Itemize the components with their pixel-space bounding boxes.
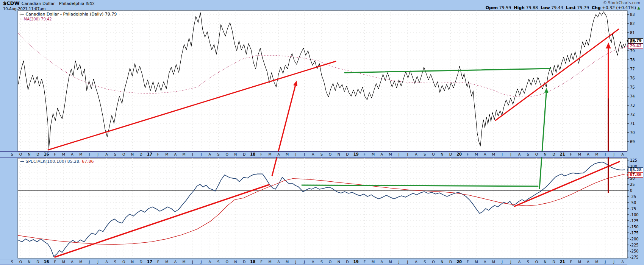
y-axis-tick-label: 72	[630, 112, 635, 117]
y-axis-tick-label: 73	[630, 103, 635, 108]
x-axis-month-label: N	[544, 152, 547, 156]
x-axis-year-label: 20	[456, 152, 462, 156]
x-axis-month-label: M	[492, 260, 495, 264]
x-axis-month-label: J	[605, 152, 606, 156]
x-axis-month-label: M	[595, 260, 598, 264]
x-axis-year-label: 16	[44, 260, 49, 264]
x-axis-month-label: F	[260, 152, 262, 156]
x-axis-month-label: M	[183, 152, 186, 156]
x-axis-month-label: A	[381, 260, 383, 264]
stockcharts-chart-page: $CDWCanadian Dollar - PhiladelphiaINDX 1…	[0, 0, 644, 265]
x-axis-month-label: M	[62, 152, 65, 156]
x-axis-year-label: 21	[560, 152, 565, 156]
x-axis-month-label: A	[105, 260, 108, 264]
x-axis-month-label: S	[424, 260, 426, 264]
y-axis-tick-label: 75	[630, 85, 635, 89]
x-axis-month-label: F	[364, 260, 366, 264]
x-axis-month-label: A	[71, 152, 73, 156]
x-axis-year-label: 17	[147, 152, 152, 156]
x-axis-year-label: 19	[353, 260, 359, 264]
x-axis-month-label: N	[544, 260, 547, 264]
x-axis-month-label: A	[415, 260, 417, 264]
x-axis-month-label: A	[484, 260, 486, 264]
x-axis-month-label: M	[372, 260, 375, 264]
x-axis-month-label: F	[260, 260, 262, 264]
y-axis-tick-label: -225	[630, 243, 639, 247]
x-axis-month-label: A	[484, 152, 486, 156]
x-axis-year-label: 17	[147, 260, 152, 264]
x-axis-month-label: A	[174, 152, 177, 156]
x-axis-month-label: D	[552, 260, 555, 264]
x-axis-month-label: F	[157, 152, 159, 156]
x-axis-month-label: N	[441, 260, 443, 264]
x-axis-month-label: D	[243, 152, 245, 156]
y-axis-tick-label: 71	[630, 122, 635, 126]
x-axis-month-label: M	[578, 260, 581, 264]
x-axis-month-label: A	[71, 260, 73, 264]
x-axis-month-label: J	[295, 152, 296, 156]
x-axis-month-label: M	[62, 260, 65, 264]
y-axis-tick-label: -250	[630, 249, 639, 253]
ma-legend-swatch: ···	[20, 17, 24, 21]
x-axis-month-label: A	[312, 152, 314, 156]
x-axis-month-label: O	[225, 152, 228, 156]
x-axis-month-label: D	[243, 260, 245, 264]
x-axis-month-label: N	[441, 152, 443, 156]
x-axis-month-label: O	[432, 152, 435, 156]
x-axis-month-label: J	[89, 260, 90, 264]
x-axis-month-label: S	[320, 152, 323, 156]
x-axis-month-label: M	[269, 260, 272, 264]
x-axis-month-label: F	[467, 260, 469, 264]
x-axis-month-label: M	[183, 260, 186, 264]
x-axis-month-label: N	[234, 260, 237, 264]
specialk-legend-swatch: —	[20, 159, 24, 164]
x-axis-month-label: A	[312, 260, 314, 264]
x-axis-month-label: J	[192, 152, 193, 156]
x-axis-month-label: M	[372, 152, 375, 156]
x-axis-month-label: J	[192, 260, 193, 264]
y-axis-tick-label: -50	[630, 200, 636, 204]
y-axis-tick-label: 80	[630, 40, 635, 44]
x-axis-month-label: O	[225, 260, 228, 264]
y-axis-tick-label: 83	[630, 12, 635, 17]
x-axis-month-label: A	[518, 260, 521, 264]
y-axis-tick-label: -75	[630, 206, 636, 210]
x-axis-month-label: S	[527, 152, 529, 156]
x-axis-month-label: M	[389, 260, 392, 264]
x-axis-month-label: J	[304, 260, 305, 264]
x-axis-month-label: A	[174, 260, 177, 264]
y-axis-tick-label: 0	[630, 188, 632, 192]
x-axis-month-label: J	[510, 152, 511, 156]
x-axis-month-label: J	[502, 152, 503, 156]
x-axis-month-label: A	[621, 260, 624, 264]
x-axis-month-label: A	[209, 260, 211, 264]
x-axis-month-label: D	[140, 260, 142, 264]
x-axis-month-label: J	[399, 260, 400, 264]
x-axis-month-label: M	[389, 152, 392, 156]
y-axis-tick-label: 74	[630, 94, 635, 98]
x-axis-month-label: J	[89, 152, 90, 156]
y-axis-tick-label: 82	[630, 22, 635, 26]
x-axis-month-label: A	[587, 152, 589, 156]
x-axis-month-label: S	[217, 152, 219, 156]
y-axis-tick-label: 81	[630, 31, 635, 35]
y-axis-tick-label: 100	[630, 164, 637, 168]
y-axis-tick-label: 70	[630, 131, 635, 135]
y-axis-tick-label: 69	[630, 140, 635, 144]
x-axis-month-label: O	[19, 152, 22, 156]
price-legend-text: Canadian Dollar - Philadelphia (Daily) 7…	[26, 12, 117, 17]
x-axis-band-bottom: SOND16FMAMJJASOND17FMAMJJASOND18FMAMJJAS…	[0, 259, 627, 265]
x-axis-month-label: J	[97, 260, 98, 264]
x-axis-month-label: D	[140, 152, 142, 156]
x-axis-month-label: D	[346, 152, 349, 156]
x-axis-month-label: M	[165, 152, 168, 156]
x-axis-month-label: F	[54, 152, 56, 156]
x-axis-year-label: 16	[44, 152, 49, 156]
x-axis-month-label: A	[277, 152, 280, 156]
x-axis-month-label: N	[234, 152, 237, 156]
x-axis-month-label: S	[114, 260, 116, 264]
x-axis-month-label: O	[432, 260, 435, 264]
y-axis-tick-label: 25	[630, 182, 635, 186]
x-axis-month-label: D	[36, 152, 39, 156]
x-axis-month-label: A	[415, 152, 417, 156]
